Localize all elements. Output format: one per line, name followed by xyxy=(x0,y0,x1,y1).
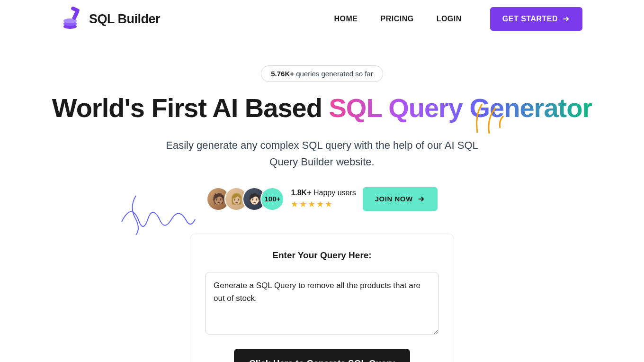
star-icon: ★ xyxy=(299,199,307,209)
queries-count: 5.76K+ xyxy=(271,70,294,78)
join-now-button[interactable]: JOIN NOW xyxy=(363,187,438,211)
nav-home[interactable]: HOME xyxy=(334,15,358,23)
queries-badge: 5.76K+ queries generated so far xyxy=(261,65,383,82)
get-started-label: GET STARTED xyxy=(502,15,558,23)
users-info: 1.8K+ Happy users ★ ★ ★ ★ ★ xyxy=(291,189,356,209)
logo[interactable]: SQL Builder xyxy=(62,7,160,31)
nav-login[interactable]: LOGIN xyxy=(437,15,462,23)
query-title: Enter Your Query Here: xyxy=(206,250,438,261)
get-started-button[interactable]: GET STARTED xyxy=(490,7,582,31)
star-icon: ★ xyxy=(316,199,324,209)
main-content: 5.76K+ queries generated so far World's … xyxy=(0,38,644,362)
decorative-squiggle-left xyxy=(119,193,197,236)
nav-pricing[interactable]: PRICING xyxy=(380,15,413,23)
avatar-count: 100+ xyxy=(260,187,284,211)
headline-plain: World's First AI Based xyxy=(52,93,329,123)
query-card: Enter Your Query Here: Click Here to Gen… xyxy=(190,234,454,362)
users-count: 1.8K+ xyxy=(291,189,311,197)
star-icon: ★ xyxy=(308,199,315,209)
decorative-squiggle-right xyxy=(473,100,506,135)
logo-text: SQL Builder xyxy=(89,12,160,27)
generate-button[interactable]: Click Here to Generate SQL Query xyxy=(234,349,410,362)
users-count-text: Happy users xyxy=(312,189,356,197)
hero-subtext: Easily generate any complex SQL query wi… xyxy=(166,137,478,170)
query-input[interactable] xyxy=(206,272,438,335)
arrow-right-icon xyxy=(417,195,425,203)
users-count-line: 1.8K+ Happy users xyxy=(291,189,356,197)
arrow-right-icon xyxy=(562,15,570,23)
queries-text: queries generated so far xyxy=(294,70,373,78)
headline: World's First AI Based SQL Query Generat… xyxy=(0,93,644,123)
star-rating: ★ ★ ★ ★ ★ xyxy=(291,199,356,209)
main-nav: HOME PRICING LOGIN GET STARTED xyxy=(334,7,582,31)
users-row: 🧑🏽 👩🏼 🧑🏻 100+ 1.8K+ Happy users ★ ★ ★ ★ … xyxy=(0,187,644,211)
header: SQL Builder HOME PRICING LOGIN GET START… xyxy=(0,0,644,38)
logo-icon xyxy=(62,7,83,31)
star-icon: ★ xyxy=(325,199,332,209)
join-now-label: JOIN NOW xyxy=(375,195,413,203)
star-icon: ★ xyxy=(291,199,298,209)
headline-colored: SQL Query Generator xyxy=(329,93,592,123)
avatar-stack: 🧑🏽 👩🏼 🧑🏻 100+ xyxy=(206,187,284,211)
